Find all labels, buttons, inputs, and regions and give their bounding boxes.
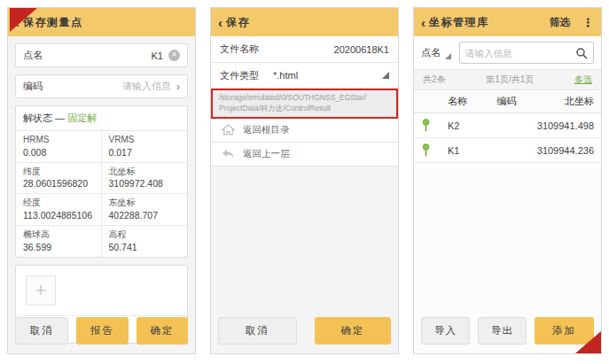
stat-value: 28.0601596820 xyxy=(23,177,94,190)
panel-save-measure-point: ‹ 保存测量点 点名 K1 × 编码 请输入信息 › 解状态 — 固定解 xyxy=(7,7,196,354)
search-icon[interactable] xyxy=(575,47,588,59)
plus-icon: + xyxy=(35,281,47,300)
path-line-2: ProjectData/科力达/ControlResult xyxy=(219,104,390,114)
stat-hrms: HRMS 0.008 xyxy=(16,131,102,163)
back-icon[interactable]: ‹ xyxy=(218,16,223,29)
stat-vrms: VRMS 0.017 xyxy=(102,131,188,163)
solution-state-label: 解状态 — xyxy=(23,112,65,123)
path-line-1: /storage/emulated/0/SOUTHGNSS_EGStar/ xyxy=(219,93,390,104)
save-point-form: 点名 K1 × 编码 请输入信息 › 解状态 — 固定解 HRMS xyxy=(8,36,195,353)
go-root-label: 返回根目录 xyxy=(243,124,290,136)
multiselect-link[interactable]: 多选 xyxy=(574,74,592,86)
panel-save-file: ‹ 保存 文件名称 20200618K1 文件类型 *.html /storag… xyxy=(210,7,399,354)
stat-value: 36.599 xyxy=(23,241,94,253)
search-row: 点名 xyxy=(414,36,601,70)
point-north: 3109941.498 xyxy=(499,120,594,131)
file-name-value: 20200618K1 xyxy=(334,44,389,55)
solution-state-value: 固定解 xyxy=(67,112,97,123)
cancel-button[interactable]: 取消 xyxy=(218,317,297,345)
chevron-right-icon: › xyxy=(176,81,180,93)
point-name-value: K1 xyxy=(152,50,163,61)
search-input[interactable] xyxy=(465,48,575,58)
dropdown-corner-icon xyxy=(382,72,389,79)
code-placeholder: 请输入信息 xyxy=(122,80,171,93)
stat-label: VRMS xyxy=(109,134,181,146)
cancel-button[interactable]: 取消 xyxy=(15,317,68,345)
code-field[interactable]: 编码 请输入信息 › xyxy=(15,74,188,98)
annotation-corner-triangle-icon xyxy=(10,8,37,32)
stat-label: 东坐标 xyxy=(109,197,181,209)
file-name-label: 文件名称 xyxy=(220,43,259,56)
stat-north: 北坐标 3109972.408 xyxy=(102,163,188,195)
titlebar-save-file: ‹ 保存 xyxy=(211,8,398,36)
stat-elevation: 高程 50.741 xyxy=(102,226,188,257)
clear-icon[interactable]: × xyxy=(168,50,180,61)
bottom-buttons: 取消 报告 确定 xyxy=(15,317,188,345)
filter-button[interactable]: 筛选 xyxy=(550,16,570,29)
stat-label: 纬度 xyxy=(23,166,94,178)
stat-label: HRMS xyxy=(23,134,94,146)
annotation-corner-triangle-icon xyxy=(575,331,601,353)
export-button[interactable]: 导出 xyxy=(478,317,527,345)
stat-ellipsoid-height: 椭球高 36.599 xyxy=(16,226,102,257)
go-up-item[interactable]: 返回上一层 xyxy=(211,143,398,167)
more-menu-icon[interactable]: ⋮ xyxy=(582,17,594,28)
stats-grid: HRMS 0.008 VRMS 0.017 纬度 28.0601596820 北… xyxy=(16,131,187,257)
table-row[interactable]: K1 3109944.236 xyxy=(414,138,601,163)
total-count: 共2条 xyxy=(423,74,446,86)
go-root-item[interactable]: 返回根目录 xyxy=(211,119,398,143)
search-field-label: 点名 xyxy=(421,46,441,59)
search-field-selector[interactable]: 点名 xyxy=(421,44,451,61)
page-title: 坐标管理库 xyxy=(429,15,489,30)
table-row[interactable]: K2 3109941.498 xyxy=(414,113,601,138)
point-name: K1 xyxy=(448,145,499,156)
col-header-name: 名称 xyxy=(414,95,492,108)
file-type-label: 文件类型 xyxy=(220,69,259,82)
page-indicator: 第1页/共1页 xyxy=(446,74,574,86)
position-info-panel: 解状态 — 固定解 HRMS 0.008 VRMS 0.017 纬度 28.06… xyxy=(15,105,188,258)
table-header: 名称 编码 北坐标 xyxy=(414,90,601,113)
code-label: 编码 xyxy=(23,80,43,93)
ok-button[interactable]: 确定 xyxy=(137,317,188,345)
bottom-buttons: 导入 导出 添加 xyxy=(421,317,594,345)
stat-value: 0.017 xyxy=(109,146,181,159)
dropdown-corner-icon xyxy=(445,53,451,59)
back-icon[interactable]: ‹ xyxy=(421,16,426,29)
panel-coordinate-library: ‹ 坐标管理库 筛选 ⋮ 点名 共2条 第1页/共1页 多选 名称 编码 北坐标 xyxy=(413,7,602,354)
stat-value: 3109972.408 xyxy=(109,177,181,190)
file-name-row[interactable]: 文件名称 20200618K1 xyxy=(211,36,398,63)
stat-value: 0.008 xyxy=(23,146,94,159)
stat-value: 402288.707 xyxy=(109,209,181,221)
import-button[interactable]: 导入 xyxy=(421,317,470,345)
go-up-label: 返回上一层 xyxy=(243,148,290,160)
file-type-row[interactable]: 文件类型 *.html xyxy=(211,63,398,89)
stat-latitude: 纬度 28.0601596820 xyxy=(16,163,102,195)
stat-label: 椭球高 xyxy=(23,228,94,241)
titlebar-coordinate-library: ‹ 坐标管理库 筛选 ⋮ xyxy=(414,8,601,36)
current-path-box: /storage/emulated/0/SOUTHGNSS_EGStar/ Pr… xyxy=(211,89,398,119)
ok-button[interactable]: 确定 xyxy=(315,317,392,345)
stat-label: 北坐标 xyxy=(109,166,181,178)
point-pin-icon xyxy=(421,119,431,132)
col-header-north: 北坐标 xyxy=(521,95,601,108)
home-icon xyxy=(222,124,235,136)
search-box xyxy=(459,42,594,64)
add-photo-button[interactable]: + xyxy=(26,275,56,306)
point-name-label: 点名 xyxy=(23,49,43,62)
back-arrow-icon xyxy=(222,149,235,159)
point-name: K2 xyxy=(448,120,499,131)
stat-longitude: 经度 113.0024885106 xyxy=(16,194,102,226)
stat-value: 50.741 xyxy=(109,241,181,253)
stat-label: 经度 xyxy=(23,197,94,209)
pagination-row: 共2条 第1页/共1页 多选 xyxy=(414,70,601,90)
col-header-code: 编码 xyxy=(492,95,521,108)
point-name-field[interactable]: 点名 K1 × xyxy=(15,43,188,67)
stat-value: 113.0024885106 xyxy=(23,209,94,221)
page-title: 保存 xyxy=(226,15,250,30)
report-button[interactable]: 报告 xyxy=(76,317,128,345)
bottom-buttons: 取消 确定 xyxy=(218,317,391,345)
photo-thumbnails: + xyxy=(16,266,187,315)
point-north: 3109944.236 xyxy=(499,145,594,156)
stat-label: 高程 xyxy=(109,228,181,241)
point-pin-icon xyxy=(421,143,431,157)
